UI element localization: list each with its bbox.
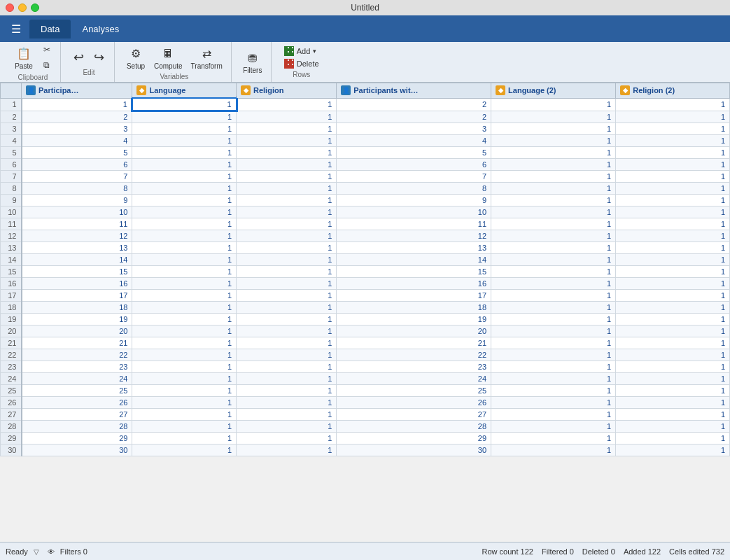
language2-cell[interactable]: 1 [491, 433, 616, 444]
language2-cell[interactable]: 1 [491, 135, 616, 147]
religion2-cell[interactable]: 1 [616, 302, 730, 314]
participants-cell[interactable]: 16 [22, 278, 132, 290]
religion-cell[interactable]: 1 [237, 206, 337, 218]
religion-cell[interactable]: 1 [237, 242, 337, 254]
language-cell[interactable]: 1 [132, 159, 237, 171]
participants-with-cell[interactable]: 5 [337, 147, 491, 159]
language2-cell[interactable]: 1 [491, 123, 616, 135]
religion2-cell[interactable]: 1 [616, 349, 730, 361]
language-cell[interactable]: 1 [132, 278, 237, 290]
language2-cell[interactable]: 1 [491, 302, 616, 314]
table-row[interactable]: 2929112911 [1, 433, 730, 444]
table-row[interactable]: 1818111811 [1, 302, 730, 314]
participants-with-cell[interactable]: 20 [337, 326, 491, 337]
language-cell[interactable]: 1 [132, 314, 237, 326]
participants-cell[interactable]: 30 [22, 444, 132, 456]
language2-cell[interactable]: 1 [491, 159, 616, 171]
table-row[interactable]: 4411411 [1, 135, 730, 147]
status-filter-icon[interactable] [34, 547, 42, 556]
language-cell[interactable]: 1 [132, 147, 237, 159]
table-row[interactable]: 3311311 [1, 123, 730, 135]
table-row[interactable]: 8811811 [1, 183, 730, 195]
participants-with-cell[interactable]: 18 [337, 302, 491, 314]
compute-button[interactable]: 🖩 Compute [151, 44, 185, 71]
religion-cell[interactable]: 1 [237, 314, 337, 326]
language-cell[interactable]: 1 [132, 266, 237, 278]
participants-cell[interactable]: 21 [22, 337, 132, 349]
language-cell[interactable]: 1 [132, 326, 237, 337]
religion-cell[interactable]: 1 [237, 159, 337, 171]
participants-with-cell[interactable]: 24 [337, 373, 491, 385]
participants-cell[interactable]: 1 [22, 98, 132, 111]
religion2-cell[interactable]: 1 [616, 230, 730, 242]
participants-cell[interactable]: 28 [22, 421, 132, 433]
table-row[interactable]: 2323112311 [1, 361, 730, 373]
language-cell[interactable]: 1 [132, 206, 237, 218]
language2-cell[interactable]: 1 [491, 361, 616, 373]
religion-cell[interactable]: 1 [237, 147, 337, 159]
col-header-participants-with[interactable]: 👤 Participants wit… [337, 83, 491, 99]
participants-with-cell[interactable]: 22 [337, 349, 491, 361]
col-header-participants[interactable]: 👤 Participa… [22, 83, 132, 99]
col-header-language2[interactable]: ◆ Language (2) [491, 83, 616, 99]
language-cell[interactable]: 1 [132, 171, 237, 183]
table-row[interactable]: 3030113011 [1, 444, 730, 456]
participants-cell[interactable]: 14 [22, 254, 132, 266]
religion2-cell[interactable]: 1 [616, 397, 730, 409]
participants-cell[interactable]: 2 [22, 111, 132, 123]
language2-cell[interactable]: 1 [491, 444, 616, 456]
language2-cell[interactable]: 1 [491, 218, 616, 230]
language2-cell[interactable]: 1 [491, 373, 616, 385]
undo-button[interactable]: ↩ [69, 48, 88, 67]
participants-with-cell[interactable]: 7 [337, 171, 491, 183]
language-cell[interactable]: 1 [132, 123, 237, 135]
religion-cell[interactable]: 1 [237, 171, 337, 183]
participants-cell[interactable]: 10 [22, 206, 132, 218]
participants-with-cell[interactable]: 16 [337, 278, 491, 290]
language-cell[interactable]: 1 [132, 409, 237, 421]
religion2-cell[interactable]: 1 [616, 266, 730, 278]
participants-cell[interactable]: 7 [22, 171, 132, 183]
language-cell[interactable]: 1 [132, 433, 237, 444]
table-row[interactable]: 1414111411 [1, 254, 730, 266]
religion2-cell[interactable]: 1 [616, 171, 730, 183]
table-row[interactable]: 1919111911 [1, 314, 730, 326]
table-row[interactable]: 9911911 [1, 195, 730, 206]
status-eye-icon[interactable] [48, 547, 55, 556]
religion2-cell[interactable]: 1 [616, 385, 730, 397]
language2-cell[interactable]: 1 [491, 242, 616, 254]
religion-cell[interactable]: 1 [237, 290, 337, 302]
table-row[interactable]: 2211211 [1, 111, 730, 123]
language2-cell[interactable]: 1 [491, 147, 616, 159]
language2-cell[interactable]: 1 [491, 111, 616, 123]
language2-cell[interactable]: 1 [491, 195, 616, 206]
table-row[interactable]: 1212111211 [1, 230, 730, 242]
language2-cell[interactable]: 1 [491, 278, 616, 290]
language-cell[interactable]: 1 [132, 421, 237, 433]
table-row[interactable]: 2727112711 [1, 409, 730, 421]
cut-button[interactable]: ✂ [39, 43, 55, 57]
table-row[interactable]: 1515111511 [1, 266, 730, 278]
language2-cell[interactable]: 1 [491, 230, 616, 242]
language2-cell[interactable]: 1 [491, 397, 616, 409]
religion2-cell[interactable]: 1 [616, 433, 730, 444]
religion2-cell[interactable]: 1 [616, 278, 730, 290]
language2-cell[interactable]: 1 [491, 326, 616, 337]
religion2-cell[interactable]: 1 [616, 195, 730, 206]
religion-cell[interactable]: 1 [237, 111, 337, 123]
language2-cell[interactable]: 1 [491, 337, 616, 349]
participants-with-cell[interactable]: 9 [337, 195, 491, 206]
religion-cell[interactable]: 1 [237, 195, 337, 206]
language2-cell[interactable]: 1 [491, 183, 616, 195]
participants-cell[interactable]: 4 [22, 135, 132, 147]
participants-with-cell[interactable]: 3 [337, 123, 491, 135]
participants-with-cell[interactable]: 19 [337, 314, 491, 326]
religion-cell[interactable]: 1 [237, 302, 337, 314]
table-row[interactable]: 1313111311 [1, 242, 730, 254]
participants-cell[interactable]: 27 [22, 409, 132, 421]
participants-with-cell[interactable]: 14 [337, 254, 491, 266]
language2-cell[interactable]: 1 [491, 171, 616, 183]
participants-cell[interactable]: 25 [22, 385, 132, 397]
religion-cell[interactable]: 1 [237, 123, 337, 135]
table-row[interactable]: 2424112411 [1, 373, 730, 385]
